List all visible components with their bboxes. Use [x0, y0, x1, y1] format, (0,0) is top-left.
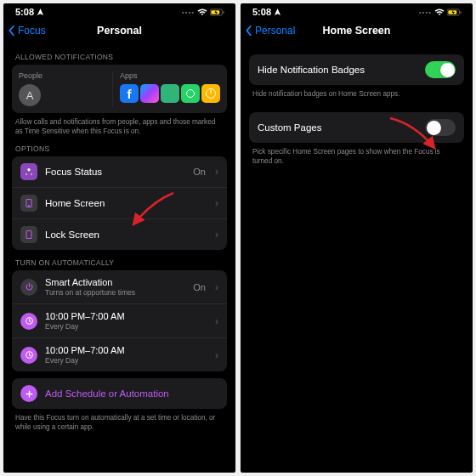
back-label: Focus — [18, 25, 46, 37]
badges-footer: Hide notification badges on Home Screen … — [252, 89, 461, 99]
chevron-right-icon: › — [215, 229, 218, 241]
plus-icon — [20, 385, 37, 402]
chevron-right-icon: › — [215, 166, 218, 178]
add-label: Add Schedule or Automation — [45, 388, 169, 399]
auto-card: Smart Activation Turns on at opportune t… — [12, 270, 227, 371]
row-main: Smart Activation — [45, 277, 185, 287]
row-label: Focus Status — [45, 167, 185, 177]
hide-badges-toggle[interactable] — [425, 61, 456, 78]
status-bar: 5:08 •••• — [241, 3, 473, 19]
nav-bar: Focus Personal — [3, 19, 235, 44]
allowed-card: People A Apps f — [12, 65, 227, 113]
row-sub: Every Day — [45, 356, 206, 365]
hide-badges-row[interactable]: Hide Notification Badges — [249, 54, 464, 85]
svg-rect-12 — [460, 11, 461, 14]
findmy-icon — [161, 84, 179, 103]
row-sub: Turns on at opportune times — [45, 288, 185, 297]
wifi-icon — [434, 8, 445, 16]
status-icons: •••• — [419, 8, 462, 16]
right-phone: 5:08 •••• Personal Home Screen Hide Noti… — [241, 3, 473, 473]
clock-icon — [20, 313, 37, 330]
focus-status-row[interactable]: Focus Status On › — [12, 156, 227, 187]
custom-pages-row[interactable]: Custom Pages — [249, 112, 464, 143]
messenger-icon — [140, 84, 159, 103]
battery-icon — [447, 8, 462, 16]
home-screen-icon — [20, 195, 37, 212]
chevron-right-icon: › — [215, 197, 218, 209]
row-label: Home Screen — [45, 198, 206, 208]
svg-rect-1 — [223, 11, 224, 14]
lock-screen-row[interactable]: Lock Screen › — [12, 218, 227, 250]
chevron-right-icon: › — [215, 281, 218, 293]
allowed-people[interactable]: People A — [19, 71, 113, 106]
add-schedule-row[interactable]: Add Schedule or Automation — [12, 378, 227, 409]
home-screen-row[interactable]: Home Screen › — [12, 187, 227, 218]
schedule-row-1[interactable]: 10:00 PM–7:00 AM Every Day › — [12, 303, 227, 337]
wifi-icon — [197, 8, 207, 16]
chevron-right-icon: › — [215, 315, 218, 327]
focus-status-icon — [20, 163, 37, 180]
svg-rect-8 — [26, 231, 31, 239]
apps-label: Apps — [120, 71, 220, 80]
allowed-apps[interactable]: Apps f — [120, 71, 220, 106]
people-label: People — [19, 71, 105, 80]
avatar: A — [19, 84, 41, 106]
row-main: 10:00 PM–7:00 AM — [45, 311, 206, 321]
custom-pages-toggle[interactable] — [425, 119, 456, 136]
smart-activation-row[interactable]: Smart Activation Turns on at opportune t… — [12, 270, 227, 303]
options-header: OPTIONS — [15, 144, 224, 153]
app-icons: f — [120, 84, 220, 103]
back-button[interactable]: Personal — [244, 25, 295, 37]
auto-header: TURN ON AUTOMATICALLY — [15, 258, 224, 267]
row-label: Lock Screen — [45, 230, 206, 240]
allowed-header: ALLOWED NOTIFICATIONS — [15, 53, 224, 61]
custom-footer: Pick specific Home Screen pages to show … — [252, 147, 461, 166]
row-value: On — [193, 282, 206, 292]
add-schedule-card: Add Schedule or Automation — [12, 378, 227, 409]
auto-footer: Have this Focus turn on automatically at… — [15, 413, 224, 432]
lock-screen-icon — [20, 226, 37, 243]
content: Hide Notification Badges Hide notificati… — [241, 44, 473, 473]
clock-icon — [201, 84, 220, 103]
chevron-right-icon: › — [215, 349, 218, 361]
badges-card: Hide Notification Badges — [249, 54, 464, 85]
status-bar: 5:08 •••• — [3, 3, 235, 19]
row-label: Hide Notification Badges — [258, 65, 417, 75]
status-time: 5:08 — [15, 7, 44, 17]
row-main: 10:00 PM–7:00 AM — [45, 345, 206, 355]
allowed-footer: Allow calls and notifications from peopl… — [15, 117, 224, 136]
location-icon — [274, 8, 281, 16]
chevron-left-icon — [7, 25, 17, 37]
row-value: On — [193, 167, 206, 177]
nav-bar: Personal Home Screen — [241, 19, 473, 44]
clock-icon — [20, 347, 37, 364]
chevron-left-icon — [244, 25, 254, 37]
content: ALLOWED NOTIFICATIONS People A Apps f — [3, 44, 235, 473]
whatsapp-icon — [181, 84, 200, 103]
svg-point-7 — [28, 206, 29, 207]
battery-icon — [210, 8, 225, 16]
status-icons: •••• — [182, 8, 225, 16]
svg-point-5 — [31, 173, 32, 175]
left-phone: 5:08 •••• Focus Personal ALLOWED NOTIFIC… — [3, 3, 235, 473]
facebook-icon: f — [120, 84, 139, 103]
options-card: Focus Status On › Home Screen › Lock Scr… — [12, 156, 227, 250]
status-time: 5:08 — [252, 7, 281, 17]
schedule-row-2[interactable]: 10:00 PM–7:00 AM Every Day › — [12, 337, 227, 371]
svg-point-4 — [26, 173, 27, 175]
power-icon — [20, 279, 37, 296]
svg-point-3 — [27, 168, 30, 171]
back-button[interactable]: Focus — [7, 25, 46, 37]
row-label: Custom Pages — [258, 122, 417, 133]
location-icon — [37, 8, 44, 16]
row-sub: Every Day — [45, 322, 206, 331]
custom-pages-card: Custom Pages — [249, 112, 464, 143]
back-label: Personal — [255, 25, 295, 37]
